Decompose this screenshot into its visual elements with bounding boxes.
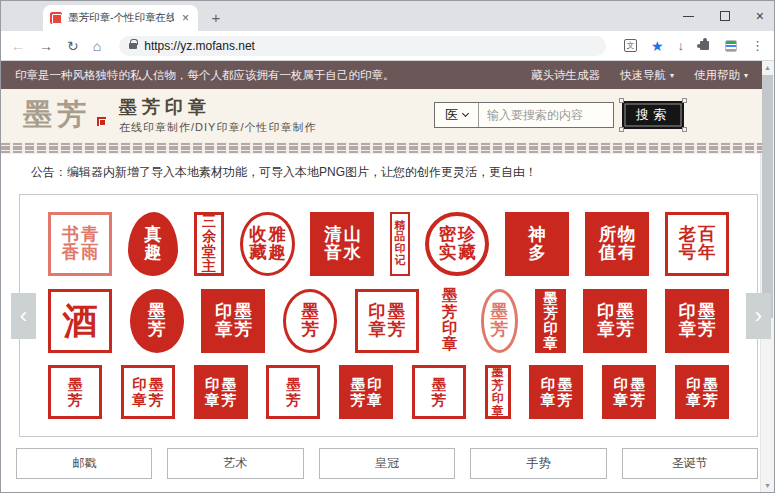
dropdown-arrow-icon: ▾ xyxy=(744,71,748,80)
button-corner-ornament xyxy=(682,98,687,103)
page-scrollbar[interactable]: ▲ ▼ xyxy=(760,61,774,492)
seal-stamp[interactable]: 墨芳印章 xyxy=(485,365,511,419)
seal-gallery: 青雨书香真趣三余堂主雅趣收藏山水清音精品印记珍藏密实神多物有所值百年老号酒墨芳墨… xyxy=(19,194,758,437)
site-favicon-icon xyxy=(50,12,62,24)
seal-stamp[interactable]: 物有所值 xyxy=(585,212,649,276)
search-button[interactable]: 搜索 xyxy=(622,101,684,129)
seal-row: 青雨书香真趣三余堂主雅趣收藏山水清音精品印记珍藏密实神多物有所值百年老号 xyxy=(48,212,729,276)
category-button-4[interactable]: 手势 xyxy=(470,448,606,479)
browser-menu-icon[interactable]: ⋮ xyxy=(751,39,764,52)
tab-title: 墨芳印章-个性印章在线生成器 xyxy=(68,11,174,25)
dropdown-arrow-icon: ▾ xyxy=(670,71,674,80)
url-bar[interactable]: https://yz.mofans.net xyxy=(119,36,606,56)
seal-stamp[interactable]: 墨芳印章 xyxy=(194,365,248,419)
announcement-text: 公告：编辑器内新增了导入本地素材功能，可导入本地PNG图片，让您的创作更灵活，更… xyxy=(31,164,537,181)
search-button-label: 搜索 xyxy=(636,106,670,124)
topbar-link-quick-nav[interactable]: 快速导航▾ xyxy=(620,68,674,83)
topbar-link-acrostic-generator[interactable]: 藏头诗生成器 xyxy=(531,68,600,83)
home-icon[interactable]: ⌂ xyxy=(93,39,101,53)
seal-stamp[interactable]: 雅趣收藏 xyxy=(240,212,294,276)
url-text: https://yz.mofans.net xyxy=(144,39,255,53)
browser-toolbar: ← → ↻ ⌂ https://yz.mofans.net 文 ★ ↓ ⋮ xyxy=(1,31,774,61)
category-button-1[interactable]: 邮戳 xyxy=(16,448,152,479)
search-input[interactable] xyxy=(479,104,613,126)
seal-gallery-rows: 青雨书香真趣三余堂主雅趣收藏山水清音精品印记珍藏密实神多物有所值百年老号酒墨芳墨… xyxy=(20,195,757,436)
minimize-button[interactable] xyxy=(683,16,694,17)
scroll-down-icon[interactable]: ▼ xyxy=(761,479,774,492)
search-category-select[interactable]: 医 xyxy=(435,103,479,127)
category-button-2[interactable]: 艺术 xyxy=(167,448,303,479)
seal-stamp[interactable]: 酒 xyxy=(48,289,112,353)
seal-stamp[interactable]: 青雨书香 xyxy=(48,212,112,276)
seal-stamp[interactable]: 墨芳印章 xyxy=(355,289,419,353)
seal-stamp[interactable]: 山水清音 xyxy=(310,212,374,276)
search-area: 医 搜索 xyxy=(434,101,684,129)
seal-stamp[interactable]: 精品印记 xyxy=(390,212,409,276)
seal-stamp[interactable]: 墨芳印章 xyxy=(665,289,729,353)
seal-stamp[interactable]: 墨芳印章 xyxy=(675,365,729,419)
seal-stamp[interactable]: 墨芳印章 xyxy=(535,289,566,353)
seal-stamp[interactable]: 百年老号 xyxy=(665,212,729,276)
category-button-5[interactable]: 圣诞节 xyxy=(622,448,758,479)
download-icon[interactable]: ↓ xyxy=(678,39,685,52)
carousel-prev-button[interactable]: ‹ xyxy=(11,293,36,339)
site-logo: 墨芳 xyxy=(23,95,91,135)
carousel-next-button[interactable]: › xyxy=(746,293,771,339)
site-topbar: 印章是一种风格独特的私人信物，每个人都应该拥有一枚属于自己的印章。 藏头诗生成器… xyxy=(1,61,762,89)
seal-stamp[interactable]: 神多 xyxy=(505,212,569,276)
scroll-up-icon[interactable]: ▲ xyxy=(761,61,774,74)
maximize-button[interactable] xyxy=(720,11,730,21)
extensions-puzzle-icon[interactable] xyxy=(700,41,709,50)
category-button-3[interactable]: 皇冠 xyxy=(319,448,455,479)
browser-tab[interactable]: 墨芳印章-个性印章在线生成器 × xyxy=(43,5,198,31)
search-box: 医 xyxy=(434,102,614,128)
topbar-slogan: 印章是一种风格独特的私人信物，每个人都应该拥有一枚属于自己的印章。 xyxy=(15,68,395,83)
chevron-down-icon xyxy=(462,110,469,117)
logo-seal-icon xyxy=(97,117,106,126)
seal-stamp[interactable]: 墨芳 xyxy=(283,289,337,353)
site-header: 墨芳 墨芳印章 在线印章制作/DIY印章/个性印章制作 医 搜索 xyxy=(1,89,762,142)
window-controls: × xyxy=(683,1,764,31)
reload-icon[interactable]: ↻ xyxy=(67,39,79,53)
decorative-border-strip xyxy=(1,142,762,154)
seal-stamp[interactable]: 墨芳 xyxy=(48,365,102,419)
seal-stamp[interactable]: 墨芳印章 xyxy=(121,365,175,419)
browser-titlebar: 墨芳印章-个性印章在线生成器 × + × xyxy=(1,1,774,31)
seal-stamp[interactable]: 珍藏密实 xyxy=(425,212,489,276)
page-subtitle: 在线印章制作/DIY印章/个性印章制作 xyxy=(119,120,316,135)
extension-icon[interactable] xyxy=(725,40,737,52)
page-title: 墨芳印章 xyxy=(119,95,211,119)
lock-icon xyxy=(129,43,137,49)
close-window-button[interactable]: × xyxy=(756,9,764,23)
seal-stamp[interactable]: 墨芳印章 xyxy=(529,365,583,419)
forward-icon[interactable]: → xyxy=(39,39,53,53)
search-category-value: 医 xyxy=(445,106,458,124)
category-bar: 邮戳艺术皇冠手势圣诞节 xyxy=(16,448,758,479)
seal-stamp[interactable]: 墨芳 xyxy=(266,365,320,419)
tab-close-icon[interactable]: × xyxy=(180,11,191,25)
seal-stamp[interactable]: 墨芳印章 xyxy=(201,289,265,353)
seal-stamp[interactable]: 墨芳印章 xyxy=(602,365,656,419)
browser-window: 墨芳印章-个性印章在线生成器 × + × ← → ↻ ⌂ https://yz.… xyxy=(0,0,775,493)
seal-stamp[interactable]: 三余堂主 xyxy=(194,212,225,276)
back-icon[interactable]: ← xyxy=(11,39,25,53)
seal-stamp[interactable]: 墨芳 xyxy=(412,365,466,419)
scrollbar-thumb[interactable] xyxy=(762,75,773,318)
seal-stamp[interactable]: 印章墨芳 xyxy=(339,365,393,419)
seal-stamp[interactable]: 墨芳印章 xyxy=(583,289,647,353)
button-corner-ornament xyxy=(619,98,624,103)
button-corner-ornament xyxy=(682,127,687,132)
seal-stamp[interactable]: 墨芳 xyxy=(481,289,518,353)
seal-row: 酒墨芳墨芳印章墨芳墨芳印章墨芳印章墨芳墨芳印章墨芳印章墨芳印章 xyxy=(48,289,729,353)
seal-stamp[interactable]: 墨芳 xyxy=(130,289,184,353)
translate-icon[interactable]: 文 xyxy=(624,39,637,52)
seal-stamp[interactable]: 真趣 xyxy=(128,212,178,276)
topbar-link-help[interactable]: 使用帮助▾ xyxy=(694,68,748,83)
seal-stamp[interactable]: 墨芳印章 xyxy=(436,289,463,353)
new-tab-button[interactable]: + xyxy=(207,8,225,26)
bookmark-star-icon[interactable]: ★ xyxy=(651,39,664,53)
seal-row: 墨芳墨芳印章墨芳印章墨芳印章墨芳墨芳墨芳印章墨芳印章墨芳印章墨芳印章 xyxy=(48,365,729,419)
button-corner-ornament xyxy=(619,127,624,132)
topbar-links: 藏头诗生成器快速导航▾使用帮助▾ xyxy=(531,68,748,83)
